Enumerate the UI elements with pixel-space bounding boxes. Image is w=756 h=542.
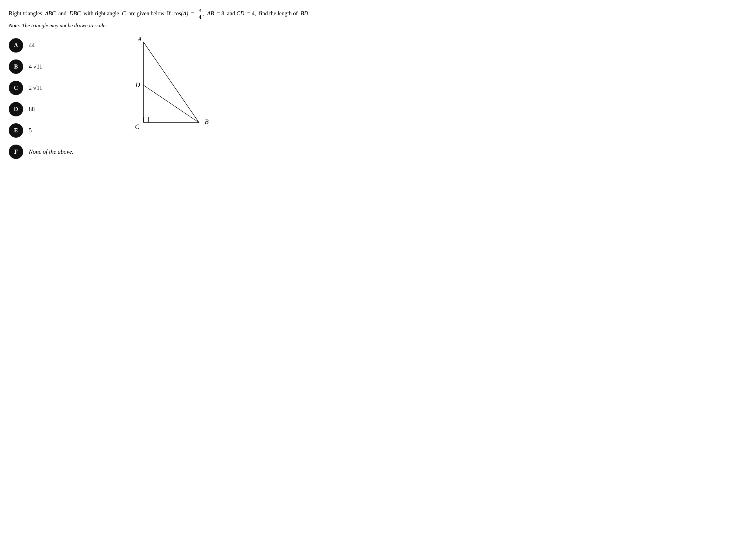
answer-row-e[interactable]: E 5 xyxy=(9,123,78,138)
bd-label: BD xyxy=(301,10,308,17)
diagram-area: A B C D xyxy=(103,35,209,143)
answer-circle-b[interactable]: B xyxy=(9,59,23,74)
answer-row-a[interactable]: A 44 xyxy=(9,38,78,53)
find-text: find the length of xyxy=(259,10,298,17)
triangle-diagram: A B C D xyxy=(103,35,209,142)
answer-row-c[interactable]: C 2 √11 xyxy=(9,81,78,95)
conjunction-label: and xyxy=(59,10,67,17)
triangle2-label: DBC xyxy=(69,10,81,17)
answer-value-c: 2 √11 xyxy=(29,85,42,91)
cos-expr: cos(A) xyxy=(173,10,188,17)
answer-row-b[interactable]: B 4 √11 xyxy=(9,59,78,74)
answer-value-e: 5 xyxy=(29,127,32,134)
answer-value-b: 4 √11 xyxy=(29,63,42,70)
label-b: B xyxy=(205,118,208,125)
label-d: D xyxy=(135,81,140,88)
answer-circle-f[interactable]: F xyxy=(9,145,23,159)
answers-column: A 44 B 4 √11 C 2 √11 D 88 E 5 F None of … xyxy=(9,38,78,159)
problem-statement: Right triangles ABC and DBC with right a… xyxy=(9,8,747,21)
ab-value: 8 xyxy=(221,10,224,17)
label-a: A xyxy=(137,36,142,43)
fraction-34: 3 4 xyxy=(198,8,202,21)
cd-value: 4 xyxy=(252,10,255,17)
right-angle-square xyxy=(143,117,148,122)
given-text: are given below. If xyxy=(129,10,171,17)
answer-circle-d[interactable]: D xyxy=(9,102,23,116)
line-ab xyxy=(143,42,199,123)
answer-circle-a[interactable]: A xyxy=(9,38,23,53)
fraction-numerator: 3 xyxy=(198,8,202,14)
period: . xyxy=(308,10,310,17)
answer-value-f: None of the above. xyxy=(29,148,73,155)
answer-value-a: 44 xyxy=(29,42,35,49)
angle-c-label: C xyxy=(122,10,126,17)
note-text: Note: The triangle may not be drawn to s… xyxy=(9,23,747,29)
fraction-denominator: 4 xyxy=(198,14,202,20)
cd-label: CD xyxy=(237,10,244,17)
equals-sign: = xyxy=(191,10,194,17)
right-triangles-label: Right triangles xyxy=(9,10,42,17)
with-right-angle-label: with right angle xyxy=(84,10,119,17)
answer-row-f[interactable]: F None of the above. xyxy=(9,145,78,159)
answer-value-d: 88 xyxy=(29,106,35,113)
content-area: A 44 B 4 √11 C 2 √11 D 88 E 5 F None of … xyxy=(9,35,747,159)
answer-row-d[interactable]: D 88 xyxy=(9,102,78,116)
line-db xyxy=(143,85,199,123)
answer-circle-e[interactable]: E xyxy=(9,123,23,138)
ab-label: AB xyxy=(207,10,214,17)
answer-circle-c[interactable]: C xyxy=(9,81,23,95)
triangle1-label: ABC xyxy=(45,10,56,17)
label-c: C xyxy=(135,123,139,130)
